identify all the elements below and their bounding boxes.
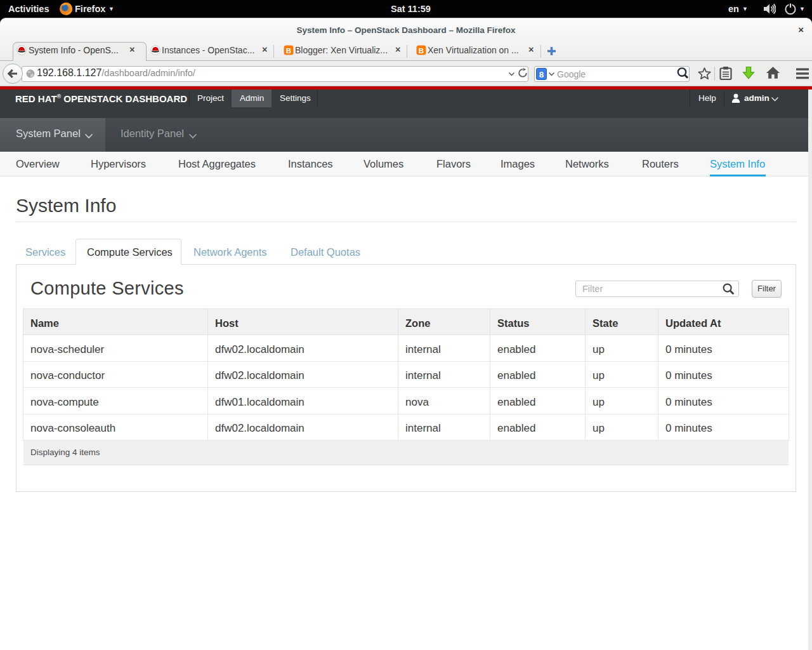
svg-text:8: 8 xyxy=(539,70,544,79)
svg-text:B: B xyxy=(419,47,424,55)
svg-text:B: B xyxy=(286,47,291,55)
